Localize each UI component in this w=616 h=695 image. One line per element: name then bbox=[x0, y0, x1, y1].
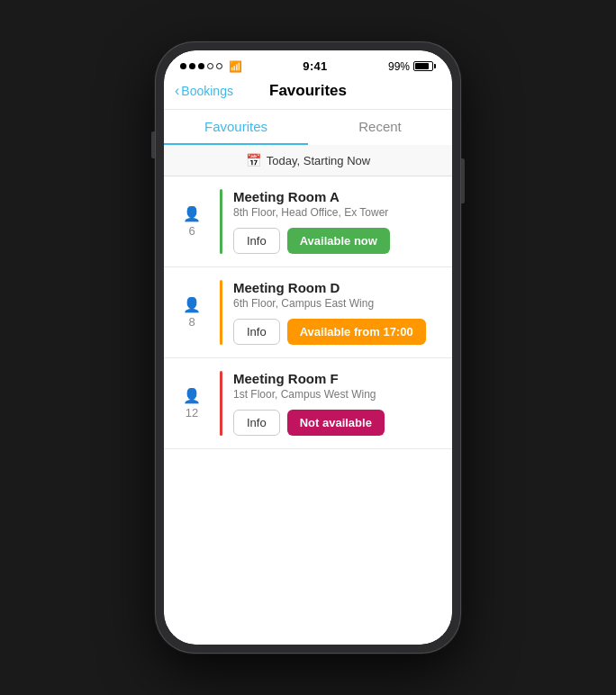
capacity-area-f: 👤 12 bbox=[175, 387, 209, 420]
signal-dot-1 bbox=[180, 63, 186, 69]
tab-favourites[interactable]: Favourites bbox=[164, 110, 308, 145]
list-item: 👤 8 Meeting Room D 6th Floor, Campus Eas… bbox=[164, 267, 452, 358]
room-name-a: Meeting Room A bbox=[233, 189, 441, 204]
date-filter[interactable]: 📅 Today, Starting Now bbox=[164, 145, 452, 176]
color-bar-a bbox=[220, 189, 222, 254]
status-button-f[interactable]: Not available bbox=[287, 410, 385, 436]
signal-dot-2 bbox=[189, 63, 195, 69]
phone-frame: 📶 9:41 99% ‹ Bookings bbox=[155, 41, 461, 654]
nav-header: ‹ Bookings Favourites bbox=[164, 77, 452, 110]
status-button-d[interactable]: Available from 17:00 bbox=[287, 319, 426, 345]
list-item: 👤 6 Meeting Room A 8th Floor, Head Offic… bbox=[164, 176, 452, 267]
capacity-num-d: 8 bbox=[188, 315, 195, 329]
phone-inner: 📶 9:41 99% ‹ Bookings bbox=[164, 50, 452, 645]
room-name-f: Meeting Room F bbox=[233, 371, 441, 386]
info-button-d[interactable]: Info bbox=[233, 319, 280, 345]
back-chevron-icon: ‹ bbox=[175, 83, 179, 99]
signal-dot-4 bbox=[207, 63, 213, 69]
room-name-d: Meeting Room D bbox=[233, 280, 441, 295]
wifi-icon: 📶 bbox=[229, 60, 242, 73]
signal-area: 📶 bbox=[180, 60, 242, 73]
screen: 📶 9:41 99% ‹ Bookings bbox=[164, 50, 452, 645]
room-location-a: 8th Floor, Head Office, Ex Tower bbox=[233, 206, 441, 219]
room-info-d: Meeting Room D 6th Floor, Campus East Wi… bbox=[233, 280, 441, 345]
capacity-area-a: 👤 6 bbox=[175, 205, 209, 238]
person-icon-a: 👤 bbox=[183, 205, 201, 222]
status-button-a[interactable]: Available now bbox=[287, 228, 390, 254]
room-info-a: Meeting Room A 8th Floor, Head Office, E… bbox=[233, 189, 441, 254]
capacity-num-f: 12 bbox=[186, 406, 198, 420]
color-bar-d bbox=[220, 280, 222, 345]
room-location-f: 1st Floor, Campus West Wing bbox=[233, 388, 441, 401]
room-location-d: 6th Floor, Campus East Wing bbox=[233, 297, 441, 310]
room-list: 👤 6 Meeting Room A 8th Floor, Head Offic… bbox=[164, 176, 452, 645]
room-actions-a: Info Available now bbox=[233, 228, 441, 254]
color-bar-f bbox=[220, 371, 222, 436]
room-info-f: Meeting Room F 1st Floor, Campus West Wi… bbox=[233, 371, 441, 436]
back-button[interactable]: ‹ Bookings bbox=[175, 83, 233, 99]
page-title: Favourites bbox=[269, 82, 347, 100]
tab-recent[interactable]: Recent bbox=[308, 110, 452, 145]
person-icon-f: 👤 bbox=[183, 387, 201, 404]
signal-dot-3 bbox=[198, 63, 204, 69]
battery-icon bbox=[413, 61, 436, 71]
info-button-a[interactable]: Info bbox=[233, 228, 280, 254]
tabs-bar: Favourites Recent bbox=[164, 110, 452, 145]
room-actions-f: Info Not available bbox=[233, 410, 441, 436]
battery-area: 99% bbox=[388, 60, 436, 73]
signal-dot-5 bbox=[216, 63, 222, 69]
status-bar: 📶 9:41 99% bbox=[164, 50, 452, 77]
capacity-num-a: 6 bbox=[188, 224, 195, 238]
status-time: 9:41 bbox=[303, 59, 327, 73]
date-filter-label: Today, Starting Now bbox=[267, 154, 370, 167]
info-button-f[interactable]: Info bbox=[233, 410, 280, 436]
room-actions-d: Info Available from 17:00 bbox=[233, 319, 441, 345]
calendar-icon: 📅 bbox=[246, 153, 261, 167]
back-label: Bookings bbox=[181, 84, 233, 98]
battery-percent: 99% bbox=[388, 60, 410, 73]
list-item: 👤 12 Meeting Room F 1st Floor, Campus We… bbox=[164, 358, 452, 449]
person-icon-d: 👤 bbox=[183, 296, 201, 313]
capacity-area-d: 👤 8 bbox=[175, 296, 209, 329]
